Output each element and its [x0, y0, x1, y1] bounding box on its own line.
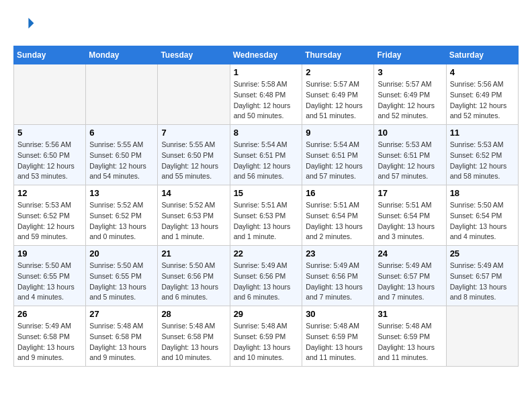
day-cell-25: 25Sunrise: 5:49 AMSunset: 6:57 PMDayligh… [446, 246, 518, 306]
day-number: 21 [161, 248, 226, 259]
svg-marker-0 [28, 17, 34, 28]
empty-cell [14, 64, 86, 125]
column-header-thursday: Thursday [302, 46, 374, 64]
day-cell-10: 10Sunrise: 5:53 AMSunset: 6:51 PMDayligh… [374, 125, 446, 185]
day-cell-18: 18Sunrise: 5:50 AMSunset: 6:54 PMDayligh… [446, 185, 518, 246]
column-header-monday: Monday [86, 46, 158, 64]
day-info: Sunrise: 5:51 AMSunset: 6:54 PMDaylight:… [306, 200, 370, 242]
day-cell-3: 3Sunrise: 5:57 AMSunset: 6:49 PMDaylight… [374, 64, 446, 125]
day-cell-8: 8Sunrise: 5:54 AMSunset: 6:51 PMDaylight… [230, 125, 302, 185]
day-cell-9: 9Sunrise: 5:54 AMSunset: 6:51 PMDaylight… [302, 125, 374, 185]
day-cell-12: 12Sunrise: 5:53 AMSunset: 6:52 PMDayligh… [14, 185, 86, 246]
day-cell-5: 5Sunrise: 5:56 AMSunset: 6:50 PMDaylight… [14, 125, 86, 185]
day-number: 24 [378, 248, 442, 259]
day-cell-1: 1Sunrise: 5:58 AMSunset: 6:48 PMDaylight… [230, 64, 302, 125]
day-info: Sunrise: 5:49 AMSunset: 6:56 PMDaylight:… [306, 261, 370, 303]
day-info: Sunrise: 5:48 AMSunset: 6:58 PMDaylight:… [161, 321, 226, 363]
day-number: 16 [306, 188, 370, 198]
empty-cell [86, 64, 158, 125]
day-number: 17 [378, 188, 442, 198]
day-cell-6: 6Sunrise: 5:55 AMSunset: 6:50 PMDaylight… [86, 125, 158, 185]
day-cell-31: 31Sunrise: 5:48 AMSunset: 6:59 PMDayligh… [374, 306, 446, 367]
day-cell-14: 14Sunrise: 5:52 AMSunset: 6:53 PMDayligh… [158, 185, 230, 246]
calendar-table: SundayMondayTuesdayWednesdayThursdayFrid… [13, 46, 519, 367]
day-info: Sunrise: 5:53 AMSunset: 6:52 PMDaylight:… [17, 200, 82, 242]
day-number: 30 [306, 309, 370, 319]
calendar-week-4: 19Sunrise: 5:50 AMSunset: 6:55 PMDayligh… [14, 246, 519, 306]
day-info: Sunrise: 5:52 AMSunset: 6:53 PMDaylight:… [161, 200, 226, 242]
day-number: 9 [306, 128, 370, 138]
day-info: Sunrise: 5:49 AMSunset: 6:57 PMDaylight:… [450, 261, 515, 303]
calendar-week-3: 12Sunrise: 5:53 AMSunset: 6:52 PMDayligh… [14, 185, 519, 246]
day-number: 11 [450, 128, 515, 138]
day-number: 20 [89, 248, 154, 259]
day-cell-27: 27Sunrise: 5:48 AMSunset: 6:58 PMDayligh… [86, 306, 158, 367]
day-number: 2 [306, 67, 370, 77]
day-info: Sunrise: 5:55 AMSunset: 6:50 PMDaylight:… [161, 140, 226, 182]
day-info: Sunrise: 5:58 AMSunset: 6:48 PMDaylight:… [234, 79, 299, 122]
day-cell-7: 7Sunrise: 5:55 AMSunset: 6:50 PMDaylight… [158, 125, 230, 185]
day-cell-11: 11Sunrise: 5:53 AMSunset: 6:52 PMDayligh… [446, 125, 518, 185]
day-number: 4 [450, 67, 515, 77]
day-number: 23 [306, 248, 370, 259]
day-number: 18 [450, 188, 515, 198]
day-info: Sunrise: 5:57 AMSunset: 6:49 PMDaylight:… [306, 79, 370, 122]
column-header-wednesday: Wednesday [230, 46, 302, 64]
logo-icon [13, 13, 35, 35]
day-info: Sunrise: 5:50 AMSunset: 6:55 PMDaylight:… [17, 261, 82, 303]
day-cell-15: 15Sunrise: 5:51 AMSunset: 6:53 PMDayligh… [230, 185, 302, 246]
day-cell-30: 30Sunrise: 5:48 AMSunset: 6:59 PMDayligh… [302, 306, 374, 367]
day-number: 29 [234, 309, 299, 319]
day-cell-29: 29Sunrise: 5:48 AMSunset: 6:59 PMDayligh… [230, 306, 302, 367]
day-cell-24: 24Sunrise: 5:49 AMSunset: 6:57 PMDayligh… [374, 246, 446, 306]
calendar-header-row: SundayMondayTuesdayWednesdayThursdayFrid… [14, 46, 519, 64]
day-info: Sunrise: 5:54 AMSunset: 6:51 PMDaylight:… [306, 140, 370, 182]
day-number: 13 [89, 188, 154, 198]
calendar-week-1: 1Sunrise: 5:58 AMSunset: 6:48 PMDaylight… [14, 64, 519, 125]
column-header-tuesday: Tuesday [158, 46, 230, 64]
day-number: 14 [161, 188, 226, 198]
day-number: 10 [378, 128, 442, 138]
day-info: Sunrise: 5:48 AMSunset: 6:58 PMDaylight:… [89, 321, 154, 363]
day-number: 5 [17, 128, 82, 138]
day-cell-28: 28Sunrise: 5:48 AMSunset: 6:58 PMDayligh… [158, 306, 230, 367]
calendar-week-5: 26Sunrise: 5:49 AMSunset: 6:58 PMDayligh… [14, 306, 519, 367]
day-info: Sunrise: 5:53 AMSunset: 6:52 PMDaylight:… [450, 140, 515, 182]
day-number: 12 [17, 188, 82, 198]
column-header-sunday: Sunday [14, 46, 86, 64]
day-number: 1 [234, 67, 299, 77]
day-info: Sunrise: 5:49 AMSunset: 6:57 PMDaylight:… [378, 261, 442, 303]
day-info: Sunrise: 5:50 AMSunset: 6:55 PMDaylight:… [89, 261, 154, 303]
day-info: Sunrise: 5:50 AMSunset: 6:54 PMDaylight:… [450, 200, 515, 242]
day-info: Sunrise: 5:50 AMSunset: 6:56 PMDaylight:… [161, 261, 226, 303]
day-number: 22 [234, 248, 299, 259]
day-info: Sunrise: 5:51 AMSunset: 6:54 PMDaylight:… [378, 200, 442, 242]
day-number: 27 [89, 309, 154, 319]
day-cell-4: 4Sunrise: 5:56 AMSunset: 6:49 PMDaylight… [446, 64, 518, 125]
day-info: Sunrise: 5:51 AMSunset: 6:53 PMDaylight:… [234, 200, 299, 242]
day-cell-23: 23Sunrise: 5:49 AMSunset: 6:56 PMDayligh… [302, 246, 374, 306]
day-cell-16: 16Sunrise: 5:51 AMSunset: 6:54 PMDayligh… [302, 185, 374, 246]
calendar-week-2: 5Sunrise: 5:56 AMSunset: 6:50 PMDaylight… [14, 125, 519, 185]
day-info: Sunrise: 5:56 AMSunset: 6:50 PMDaylight:… [17, 140, 82, 182]
day-number: 19 [17, 248, 82, 259]
logo [13, 13, 38, 35]
day-number: 26 [17, 309, 82, 319]
column-header-friday: Friday [374, 46, 446, 64]
day-info: Sunrise: 5:55 AMSunset: 6:50 PMDaylight:… [89, 140, 154, 182]
day-info: Sunrise: 5:57 AMSunset: 6:49 PMDaylight:… [378, 79, 442, 122]
day-cell-13: 13Sunrise: 5:52 AMSunset: 6:52 PMDayligh… [86, 185, 158, 246]
page-header [13, 13, 519, 35]
day-number: 8 [234, 128, 299, 138]
empty-cell [446, 306, 518, 367]
svg-rect-1 [17, 17, 30, 30]
day-number: 28 [161, 309, 226, 319]
day-info: Sunrise: 5:48 AMSunset: 6:59 PMDaylight:… [306, 321, 370, 363]
day-cell-19: 19Sunrise: 5:50 AMSunset: 6:55 PMDayligh… [14, 246, 86, 306]
day-info: Sunrise: 5:53 AMSunset: 6:51 PMDaylight:… [378, 140, 442, 182]
day-info: Sunrise: 5:52 AMSunset: 6:52 PMDaylight:… [89, 200, 154, 242]
day-info: Sunrise: 5:48 AMSunset: 6:59 PMDaylight:… [234, 321, 299, 363]
day-cell-20: 20Sunrise: 5:50 AMSunset: 6:55 PMDayligh… [86, 246, 158, 306]
day-number: 25 [450, 248, 515, 259]
day-number: 3 [378, 67, 442, 77]
